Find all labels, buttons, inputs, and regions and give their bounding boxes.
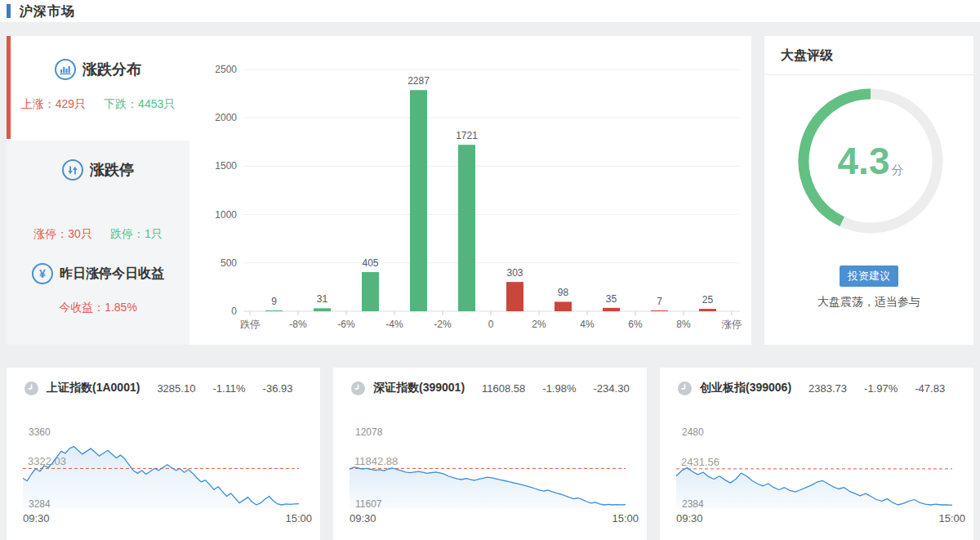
- index-card-header: 上证指数(1A0001) 3285.10 -1.11% -36.93: [24, 381, 292, 395]
- svg-text:涨停: 涨停: [721, 319, 742, 330]
- svg-text:跌停: 跌停: [240, 319, 260, 330]
- bar-2%-4%: 98: [555, 287, 572, 311]
- market-overview-card: 涨跌分布 上涨：429只 下跌：4453只 涨跌停 涨停：30只 跌停：1只 ¥: [7, 36, 751, 345]
- index-price: 3285.10: [157, 382, 195, 395]
- market-dashboard-page: { "header": { "title": "沪深市场" }, "colors…: [0, 0, 980, 540]
- clock-icon: [678, 382, 692, 395]
- svg-text:31: 31: [317, 293, 328, 305]
- bar--4%--2%: 2287: [408, 75, 430, 311]
- index-price: 2383.73: [808, 382, 847, 395]
- index-name: 创业板指(399006): [700, 381, 791, 395]
- x-axis-start-label: 09:30: [350, 512, 376, 524]
- svg-text:-6%: -6%: [337, 319, 355, 330]
- section-title: 昨日涨停今日收益: [60, 266, 164, 283]
- rise-count: 上涨：429只: [21, 97, 86, 112]
- svg-text:-4%: -4%: [385, 319, 403, 330]
- market-rating-card: 大盘评级 4.3 分 投资建议 大盘震荡，适当参与: [764, 36, 973, 345]
- svg-text:8%: 8%: [676, 319, 691, 330]
- page-title: 沪深市场: [20, 3, 75, 20]
- index-card-shenzhen[interactable]: 深证指数(399001) 11608.58 -1.98% -234.30 120…: [333, 368, 647, 540]
- section-head-yesterday-gain: ¥ 昨日涨停今日收益: [7, 263, 189, 284]
- svg-text:1000: 1000: [215, 209, 237, 221]
- section-title: 涨跌分布: [82, 60, 141, 79]
- intraday-line-chart[interactable]: [7, 417, 320, 539]
- bar-跌停--8%: 9: [265, 296, 283, 311]
- index-change-pct: -1.97%: [864, 382, 898, 395]
- fall-count: 下跌：4453只: [104, 97, 175, 112]
- bar-6%-8%: 7: [651, 296, 668, 311]
- rating-title: 大盘评级: [764, 36, 973, 75]
- index-name: 上证指数(1A0001): [47, 381, 140, 395]
- today-gain: 今收益：1.85%: [59, 301, 137, 315]
- up-down-arrows-icon: [62, 159, 83, 181]
- svg-text:98: 98: [558, 287, 569, 298]
- x-axis-start-label: 09:30: [23, 512, 50, 524]
- index-change-amt: -36.93: [263, 382, 293, 395]
- score-value: 4.3: [838, 139, 890, 183]
- index-change-pct: -1.11%: [212, 382, 245, 395]
- section-rise-fall-distribution: [7, 36, 189, 139]
- bar-0-2%: 303: [506, 267, 523, 311]
- limit-down-count: 跌停：1只: [110, 227, 163, 242]
- svg-text:35: 35: [606, 293, 617, 305]
- index-name: 深证指数(399001): [373, 381, 465, 395]
- svg-text:1721: 1721: [456, 130, 478, 141]
- svg-text:-8%: -8%: [289, 319, 307, 330]
- index-change-amt: -47.83: [915, 382, 945, 395]
- clock-icon: [351, 382, 365, 395]
- score-unit: 分: [891, 163, 903, 178]
- section-title: 涨跌停: [90, 160, 134, 180]
- bar-8%-涨停: 25: [699, 294, 716, 311]
- section-head-distribution: 涨跌分布: [7, 59, 189, 80]
- index-cards-row: 上证指数(1A0001) 3285.10 -1.11% -36.93 3360 …: [7, 368, 973, 540]
- yen-icon: ¥: [32, 263, 53, 284]
- svg-text:405: 405: [362, 257, 378, 269]
- investment-advice-button[interactable]: 投资建议: [840, 266, 898, 287]
- svg-text:2%: 2%: [532, 319, 546, 330]
- x-axis-start-label: 09:30: [676, 512, 703, 524]
- svg-text:0: 0: [488, 319, 494, 330]
- x-axis-end-label: 15:00: [612, 512, 639, 524]
- svg-text:1500: 1500: [215, 160, 237, 172]
- bar--2%-0: 1721: [456, 130, 478, 311]
- distribution-stats: 上涨：429只 下跌：4453只: [7, 97, 189, 112]
- index-card-shanghai[interactable]: 上证指数(1A0001) 3285.10 -1.11% -36.93 3360 …: [7, 368, 320, 540]
- intraday-line-chart[interactable]: [333, 417, 647, 539]
- bar-4%-6%: 35: [603, 293, 620, 311]
- title-accent-bar: [7, 4, 11, 18]
- index-change-pct: -1.98%: [542, 382, 576, 395]
- limit-stats: 涨停：30只 跌停：1只: [7, 227, 189, 242]
- bar--6%--4%: 405: [362, 257, 379, 311]
- x-axis-end-label: 15:00: [285, 512, 312, 524]
- clock-icon: [24, 382, 38, 395]
- svg-text:6%: 6%: [628, 319, 643, 330]
- svg-text:0: 0: [231, 306, 237, 317]
- index-card-chinext[interactable]: 创业板指(399006) 2383.73 -1.97% -47.83 2480 …: [660, 368, 973, 540]
- svg-text:25: 25: [702, 294, 714, 306]
- svg-text:-2%: -2%: [434, 319, 452, 330]
- index-price: 11608.58: [482, 382, 525, 395]
- svg-text:7: 7: [657, 296, 662, 307]
- limit-up-count: 涨停：30只: [33, 227, 92, 242]
- index-card-header: 深证指数(399001) 11608.58 -1.98% -234.30: [351, 381, 630, 395]
- section-head-limit: 涨跌停: [7, 159, 189, 181]
- yesterday-gain-stats: 今收益：1.85%: [7, 301, 189, 315]
- svg-text:303: 303: [506, 267, 523, 279]
- svg-text:4%: 4%: [580, 319, 595, 330]
- intraday-line-chart[interactable]: [660, 417, 973, 539]
- advice-text: 大盘震荡，适当参与: [764, 295, 973, 310]
- stats-panel: 涨跌分布 上涨：429只 下跌：4453只 涨跌停 涨停：30只 跌停：1只 ¥: [7, 36, 189, 345]
- svg-text:9: 9: [271, 296, 277, 307]
- index-change-amt: -234.30: [594, 382, 630, 395]
- x-axis-end-label: 15:00: [938, 512, 965, 524]
- rating-score: 4.3 分: [781, 71, 960, 251]
- svg-text:2000: 2000: [215, 112, 237, 123]
- svg-text:500: 500: [220, 257, 237, 269]
- svg-text:2287: 2287: [408, 75, 430, 87]
- svg-text:2500: 2500: [215, 64, 237, 75]
- bar--8%--6%: 31: [314, 293, 331, 311]
- page-header: 沪深市场: [0, 0, 980, 22]
- bar-chart-icon: [55, 59, 76, 80]
- rise-fall-distribution-chart[interactable]: 05001000150020002500跌停-8%-6%-4%-2%02%4%6…: [189, 36, 751, 345]
- index-card-header: 创业板指(399006) 2383.73 -1.97% -47.83: [678, 381, 945, 395]
